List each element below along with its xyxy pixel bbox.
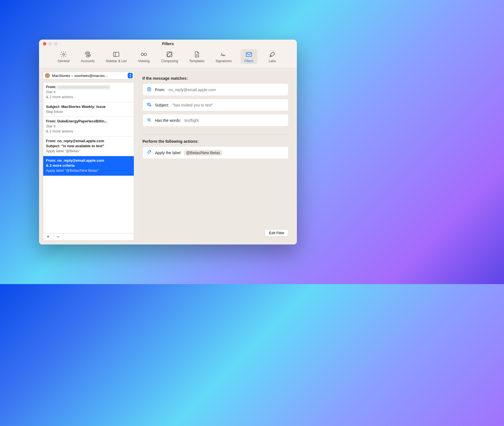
- add-filter-button[interactable]: +: [43, 233, 53, 240]
- tag-icon: [147, 150, 152, 156]
- condition-row: From: no_reply@email.apple.com: [142, 83, 289, 96]
- person-icon: [147, 87, 152, 93]
- filter-row[interactable]: From: no_reply@email.apple.com& 2 more c…: [43, 156, 134, 176]
- svg-point-0: [63, 54, 65, 55]
- preferences-window: Filters General Accounts Sidebar & List …: [39, 40, 297, 245]
- condition-value: "has invited you to test": [173, 103, 213, 107]
- divider: [142, 134, 289, 135]
- svg-rect-6: [246, 53, 252, 57]
- tab-viewing[interactable]: Viewing: [135, 49, 152, 64]
- account-label: MacStories – voorhees@macsto...: [52, 74, 125, 78]
- avatar: [45, 73, 50, 78]
- prefs-toolbar: General Accounts Sidebar & List Viewing …: [39, 48, 297, 68]
- tab-signatures[interactable]: Signatures: [214, 49, 234, 64]
- tab-composing[interactable]: Composing: [159, 49, 180, 64]
- tab-general[interactable]: General: [55, 49, 72, 64]
- matches-title: If the message matches:: [142, 76, 289, 81]
- tab-label: General: [58, 59, 70, 63]
- subject-icon: [147, 102, 152, 108]
- actions-title: Perform the following actions:: [142, 139, 289, 144]
- tab-label: Signatures: [216, 59, 232, 63]
- tab-label: Labs: [269, 59, 276, 63]
- filter-list: From: Star it& 2 more actionsSubject: Ma…: [43, 82, 134, 241]
- detail-pane: If the message matches: From: no_reply@e…: [138, 72, 293, 241]
- tab-labs[interactable]: Labs: [264, 49, 281, 64]
- condition-label: Has the words:: [155, 118, 181, 123]
- condition-label: From:: [155, 88, 165, 92]
- tab-sidebar-list[interactable]: Sidebar & List: [103, 49, 129, 64]
- tab-filters[interactable]: Filters: [241, 49, 257, 64]
- redacted: [57, 86, 110, 89]
- tab-label: Accounts: [81, 59, 94, 63]
- tab-label: Templates: [189, 59, 205, 63]
- svg-point-4: [144, 53, 147, 56]
- window-title: Filters: [39, 42, 297, 46]
- titlebar: Filters: [39, 40, 297, 48]
- filter-row[interactable]: From: DukeEnergyPaperlessBillin...Star i…: [43, 117, 134, 137]
- chevron-updown-icon: [128, 73, 133, 78]
- condition-row: Has the words: testflight: [142, 114, 289, 127]
- filter-rows[interactable]: From: Star it& 2 more actionsSubject: Ma…: [43, 83, 134, 233]
- filter-row[interactable]: From: Star it& 2 more actions: [43, 83, 134, 102]
- remove-filter-button[interactable]: −: [53, 233, 63, 240]
- left-pane: MacStories – voorhees@macsto... From: St…: [43, 72, 134, 241]
- edit-filter-button[interactable]: Edit Filter: [265, 229, 289, 237]
- content: MacStories – voorhees@macsto... From: St…: [39, 68, 297, 245]
- tab-label: Sidebar & List: [106, 59, 127, 63]
- svg-point-12: [150, 151, 150, 152]
- action-row: Apply the label @Betas/New Betas: [142, 146, 289, 159]
- condition-value: no_reply@email.apple.com: [169, 88, 216, 92]
- svg-rect-9: [147, 103, 150, 105]
- condition-value: testflight: [184, 118, 199, 123]
- condition-label: Subject:: [155, 103, 169, 107]
- action-label: Apply the label: [155, 151, 181, 155]
- svg-rect-2: [113, 52, 119, 56]
- account-picker[interactable]: MacStories – voorhees@macsto...: [43, 72, 134, 79]
- filter-row[interactable]: Subject: MacStories Weekly: IssueSkip In…: [43, 102, 134, 117]
- tab-templates[interactable]: Templates: [187, 49, 207, 64]
- tab-label: Viewing: [138, 59, 150, 63]
- svg-point-3: [141, 53, 144, 56]
- tab-accounts[interactable]: Accounts: [79, 49, 97, 64]
- svg-point-8: [149, 88, 150, 89]
- tab-label: Composing: [161, 59, 178, 63]
- svg-point-10: [150, 105, 151, 106]
- search-icon: [147, 117, 152, 123]
- list-footer: + −: [43, 233, 134, 240]
- label-chip: @Betas/New Betas: [184, 150, 222, 156]
- tab-label: Filters: [244, 59, 254, 63]
- filter-row[interactable]: From: no_reply@email.apple.comSubject: "…: [43, 137, 134, 156]
- condition-row: Subject: "has invited you to test": [142, 99, 289, 111]
